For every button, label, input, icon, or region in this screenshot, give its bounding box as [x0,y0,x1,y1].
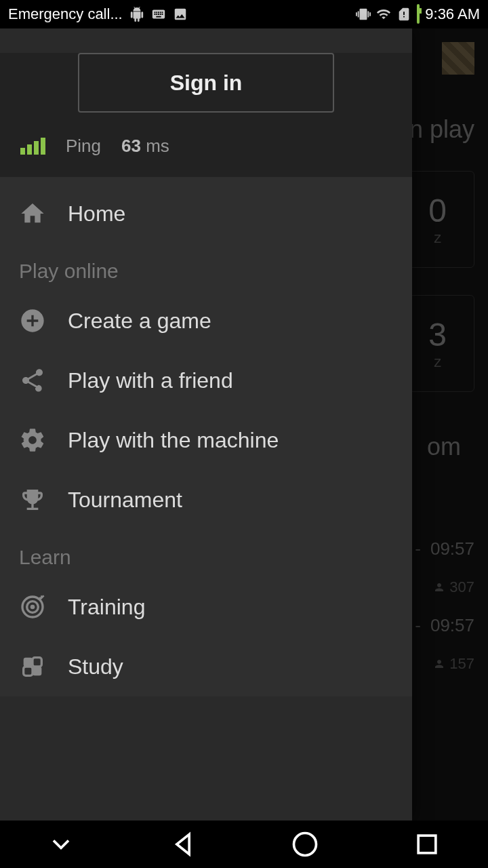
menu-label: Tournament [68,488,182,513]
svg-rect-5 [33,658,41,667]
signin-button[interactable]: Sign in [78,53,334,113]
svg-rect-4 [33,667,41,675]
menu-item-home[interactable]: Home [0,184,412,243]
keyboard-icon [151,7,166,22]
menu-item-training[interactable]: Training [0,577,412,637]
menu-label: Training [68,595,145,620]
menu-item-play-machine[interactable]: Play with the machine [0,410,412,470]
section-play-online: Play online [0,243,412,291]
nav-chevron-down[interactable] [46,829,76,859]
menu-item-study[interactable]: Study [0,637,412,696]
svg-rect-8 [418,835,436,853]
ping-value: 63 [121,136,141,156]
trophy-icon [19,486,46,513]
menu-item-tournament[interactable]: Tournament [0,470,412,530]
status-title: Emergency call... [8,5,123,23]
status-bar: Emergency call... 9:36 AM [0,0,488,28]
nav-back-button[interactable] [168,829,198,859]
sim-alert-icon [396,7,411,22]
ping-unit: ms [146,136,169,156]
plus-circle-icon [19,307,46,334]
share-icon [19,367,46,394]
section-learn: Learn [0,530,412,577]
nav-recent-button[interactable] [412,829,442,859]
signin-label: Sign in [170,71,243,96]
ping-label: Ping [66,136,101,157]
status-time: 9:36 AM [425,5,480,23]
menu-label: Play with the machine [68,428,279,453]
signal-bars-icon [20,138,45,155]
wifi-icon [376,7,391,22]
nav-home-button[interactable] [290,829,320,859]
android-icon [129,7,144,22]
svg-rect-6 [24,667,33,675]
home-icon [19,200,46,227]
gears-icon [19,427,46,454]
target-icon [19,593,46,620]
menu-label: Study [68,654,123,679]
android-nav-bar [0,821,488,868]
menu-item-play-friend[interactable]: Play with a friend [0,351,412,410]
battery-icon [417,5,420,23]
menu-label: Play with a friend [68,368,233,393]
navigation-drawer: Sign in Ping 63 ms Home Play online [0,28,412,821]
svg-point-2 [31,606,33,608]
ping-indicator: Ping 63 ms [0,129,412,163]
image-icon [173,7,188,22]
study-icon [19,653,46,680]
svg-point-7 [294,833,317,856]
menu-item-create-game[interactable]: Create a game [0,291,412,351]
svg-rect-3 [24,658,33,667]
vibrate-icon [356,7,371,22]
menu-label: Home [68,201,125,226]
menu-label: Create a game [68,309,211,334]
chess-board-icon [442,42,474,75]
